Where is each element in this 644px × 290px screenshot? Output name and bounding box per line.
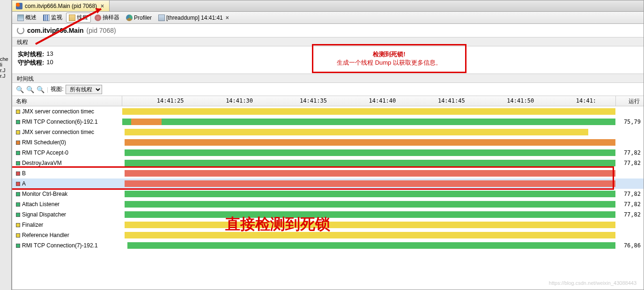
status-square-icon xyxy=(16,213,20,217)
tab-title: com.itvip666.Main (pid 7068) xyxy=(25,3,97,9)
thread-bar-cell xyxy=(122,137,615,148)
profiler-icon xyxy=(126,15,133,21)
close-icon[interactable]: × xyxy=(224,15,230,21)
watermark: https://blog.csdn.net/weixin_43088443 xyxy=(549,280,637,286)
thread-row[interactable]: JMX server connection timec xyxy=(12,106,644,117)
left-panel-edge: che li r.J r.J xyxy=(0,0,12,290)
profiler-button[interactable]: Profiler xyxy=(123,14,155,22)
thread-row[interactable]: RMI TCP Connection(6)-192.175,79 xyxy=(12,117,644,127)
status-square-icon xyxy=(16,233,20,238)
monitor-button[interactable]: 监视 xyxy=(40,13,65,22)
status-square-icon xyxy=(16,161,20,165)
refresh-icon[interactable] xyxy=(17,27,24,34)
thread-bar-cell xyxy=(122,189,615,199)
threaddump-icon xyxy=(158,15,165,21)
time-tick: 14:41:45 xyxy=(438,97,465,104)
run-value: 77,82 xyxy=(615,160,644,166)
time-column-header[interactable]: 14:41:2514:41:3014:41:3514:41:4014:41:45… xyxy=(122,96,615,106)
thread-row[interactable]: Monitor Ctrl-Break77,82 xyxy=(12,189,644,199)
threads-button[interactable]: 线程 xyxy=(66,13,91,22)
thread-name-cell: Monitor Ctrl-Break xyxy=(12,191,122,197)
status-square-icon xyxy=(16,192,20,196)
thread-bar xyxy=(125,160,615,166)
thread-bar xyxy=(125,129,588,135)
main-tab[interactable]: com.itvip666.Main (pid 7068) × xyxy=(12,0,110,11)
threaddump-button[interactable]: [threaddump] 14:41:41 × xyxy=(155,14,233,22)
thread-name: Monitor Ctrl-Break xyxy=(22,191,67,197)
thread-name: Reference Handler xyxy=(22,232,69,238)
sampler-button[interactable]: 抽样器 xyxy=(92,13,122,22)
thread-bar xyxy=(125,222,615,228)
thread-row[interactable]: RMI TCP Connection(7)-192.176,86 xyxy=(12,240,644,251)
thread-row[interactable]: RMI Scheduler(0) xyxy=(12,137,644,148)
run-column-header[interactable]: 运行 xyxy=(615,96,644,106)
thread-name-cell: RMI TCP Connection(6)-192.1 xyxy=(12,119,122,125)
thread-row[interactable]: B xyxy=(12,168,644,178)
overview-icon xyxy=(17,15,24,21)
thread-bar-cell xyxy=(122,220,615,230)
time-tick: 14:41:25 xyxy=(157,97,184,104)
thread-bar xyxy=(125,149,615,156)
thread-bar xyxy=(131,119,162,125)
thread-row[interactable]: Attach Listener77,82 xyxy=(12,199,644,209)
thread-row[interactable]: A xyxy=(12,178,644,189)
thread-bar-cell xyxy=(122,240,615,251)
thread-bar xyxy=(125,201,615,208)
name-column-header[interactable]: 名称 xyxy=(12,96,122,106)
daemon-threads-value: 10 xyxy=(46,59,53,67)
thread-bar xyxy=(162,119,615,125)
thread-name-cell: Reference Handler xyxy=(12,232,122,238)
time-tick: 14:41:40 xyxy=(369,97,396,104)
thread-name-cell: DestroyJavaVM xyxy=(12,160,122,166)
status-square-icon xyxy=(16,182,20,186)
thread-name-cell: JMX server connection timec xyxy=(12,129,122,135)
run-value: 76,86 xyxy=(615,242,644,249)
thread-bar-cell xyxy=(122,230,615,240)
view-select[interactable]: 所有线程 xyxy=(66,85,102,94)
thread-bar-cell xyxy=(122,117,615,127)
thread-name: JMX server connection timec xyxy=(22,108,94,115)
thread-name: RMI TCP Accept-0 xyxy=(22,149,68,156)
zoom-fit-icon[interactable]: 🔍 xyxy=(37,86,44,93)
status-square-icon xyxy=(16,244,20,248)
thread-bar-cell xyxy=(122,158,615,168)
close-icon[interactable]: × xyxy=(99,3,105,9)
thread-bar xyxy=(122,108,615,115)
thread-row[interactable]: DestroyJavaVM77,82 xyxy=(12,158,644,168)
thread-name: DestroyJavaVM xyxy=(22,160,62,166)
zoom-in-icon[interactable]: 🔍 xyxy=(16,86,24,93)
thread-name-cell: Attach Listener xyxy=(12,201,122,208)
thread-name: Attach Listener xyxy=(22,201,59,208)
toolbar: 概述 监视 线程 抽样器 Profiler [threaddump] 14:41… xyxy=(12,12,644,24)
main-panel: com.itvip666.Main (pid 7068) × 概述 监视 线程 … xyxy=(12,0,644,290)
time-tick: 14:41:50 xyxy=(507,97,534,104)
timeline-toolbar: 🔍 🔍 🔍 | 视图: 所有线程 xyxy=(12,83,644,96)
grid-header: 名称 14:41:2514:41:3014:41:3514:41:4014:41… xyxy=(12,96,644,106)
thread-name-cell: JMX server connection timec xyxy=(12,108,122,115)
thread-row[interactable]: JMX server connection timec xyxy=(12,127,644,137)
thread-name: Finalizer xyxy=(22,222,43,228)
thread-row[interactable]: Signal Dispatcher77,82 xyxy=(12,209,644,220)
zoom-out-icon[interactable]: 🔍 xyxy=(26,86,34,93)
thread-bar xyxy=(125,211,615,218)
app-title: com.itvip666.Main xyxy=(27,27,84,34)
java-icon xyxy=(16,3,22,9)
thread-row[interactable]: RMI TCP Accept-077,82 xyxy=(12,148,644,158)
status-square-icon xyxy=(16,151,20,155)
thread-name-cell: A xyxy=(12,180,122,187)
time-tick: 14:41:35 xyxy=(300,97,327,104)
status-square-icon xyxy=(16,130,20,134)
overview-button[interactable]: 概述 xyxy=(15,13,39,22)
thread-row[interactable]: Finalizer xyxy=(12,220,644,230)
thread-bar-cell xyxy=(122,209,615,220)
thread-bar xyxy=(127,242,615,249)
live-threads-value: 13 xyxy=(46,50,53,59)
threads-icon xyxy=(69,15,75,21)
thread-row[interactable]: Reference Handler xyxy=(12,230,644,240)
thread-grid: 名称 14:41:2514:41:3014:41:3514:41:4014:41… xyxy=(12,96,644,274)
stats-area: 实时线程: 13 守护线程: 10 检测到死锁! 生成一个线程 Dump 以获取… xyxy=(12,46,644,74)
thread-name-cell: RMI Scheduler(0) xyxy=(12,139,122,146)
thread-name: JMX server connection timec xyxy=(22,129,94,135)
status-square-icon xyxy=(16,202,20,207)
app-pid: (pid 7068) xyxy=(87,27,116,34)
